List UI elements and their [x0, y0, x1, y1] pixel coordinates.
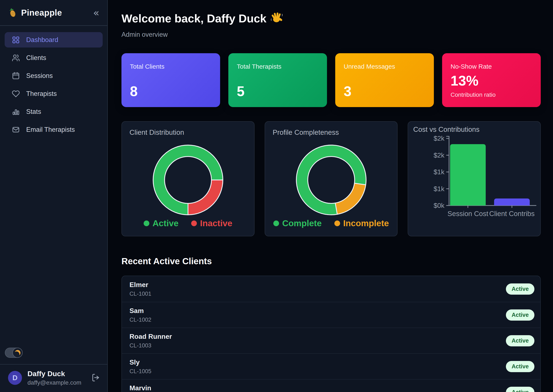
client-id: CL-1003 — [129, 342, 172, 349]
client-name: Sam — [129, 307, 151, 315]
sidebar-nav: Dashboard Clients Sessions Therapists — [0, 26, 107, 144]
svg-text:$2k: $2k — [434, 151, 444, 159]
user-name: Daffy Duck — [28, 370, 81, 378]
cost-vs-contributions-card: Cost vs Contributions $0k$1k$1k$2k$2kSes… — [408, 121, 541, 236]
profile-completeness-donut-chart — [295, 144, 367, 216]
sidebar-item-label: Email Therapists — [26, 126, 75, 133]
legend-item: Inactive — [191, 218, 232, 228]
recent-clients-list: Elmer CL-1001 Active Sam CL-1002 Active … — [121, 276, 541, 392]
user-section: D Daffy Duck daffy@example.com — [0, 364, 107, 392]
sidebar-item-label: Therapists — [26, 90, 57, 98]
client-name: Sly — [129, 358, 151, 366]
svg-text:$2k: $2k — [434, 134, 444, 142]
client-name: Road Runner — [129, 333, 172, 340]
grid-icon — [12, 36, 20, 44]
recent-clients-heading: Recent Active Clients — [121, 256, 541, 266]
waving-hand-icon — [271, 11, 283, 26]
stat-label: Total Clients — [130, 63, 212, 70]
sidebar-footer: D Daffy Duck daffy@example.com — [0, 348, 107, 392]
status-badge: Active — [506, 361, 534, 372]
legend-label: Complete — [282, 218, 322, 228]
sidebar-item-label: Clients — [26, 54, 46, 62]
mail-icon — [12, 126, 20, 134]
stat-value: 3 — [344, 84, 425, 98]
sidebar: Pineapple « Dashboard Clients Session — [0, 0, 108, 392]
status-badge: Active — [506, 335, 534, 346]
charts-row: Client Distribution ActiveInactive Profi… — [121, 121, 541, 236]
sidebar-item-email-therapists[interactable]: Email Therapists — [5, 122, 103, 137]
user-meta: Daffy Duck daffy@example.com — [28, 370, 81, 386]
client-row-road-runner[interactable]: Road Runner CL-1003 Active — [122, 328, 540, 353]
client-name: Marvin — [129, 384, 151, 392]
client-id: CL-1005 — [129, 368, 151, 375]
stat-card-unread-messages: Unread Messages 3 — [335, 53, 434, 107]
sidebar-header: Pineapple « — [0, 0, 107, 26]
stat-card-no-show-rate: No-Show Rate 13% Contribution ratio — [442, 53, 541, 107]
sidebar-item-clients[interactable]: Clients — [5, 50, 103, 65]
legend-dot-icon — [273, 221, 279, 226]
main-content: Welcome back, Daffy Duck — [108, 0, 553, 392]
sidebar-item-label: Sessions — [26, 72, 53, 80]
calendar-icon — [12, 72, 20, 80]
profile-completeness-card: Profile Completeness CompleteIncomplete — [265, 121, 398, 236]
heart-icon — [12, 90, 20, 98]
page-title-text: Welcome back, Daffy Duck — [121, 12, 266, 25]
client-row-elmer[interactable]: Elmer CL-1001 Active — [122, 276, 540, 302]
legend-label: Active — [153, 218, 178, 228]
stat-card-total-therapists: Total Therapists 5 — [228, 53, 327, 107]
sidebar-item-sessions[interactable]: Sessions — [5, 68, 103, 84]
moon-icon — [14, 349, 21, 356]
chart-legend: CompleteIncomplete — [265, 218, 397, 228]
bar-chart-icon — [12, 108, 20, 116]
logout-icon — [91, 379, 100, 383]
app-title: Pineapple — [21, 8, 62, 18]
client-distribution-donut-chart — [152, 144, 224, 216]
legend-item: Active — [144, 218, 178, 228]
client-distribution-card: Client Distribution ActiveInactive — [121, 121, 254, 236]
logout-button[interactable] — [91, 373, 100, 383]
sidebar-item-therapists[interactable]: Therapists — [5, 86, 103, 101]
legend-dot-icon — [144, 221, 149, 226]
svg-text:$0k: $0k — [434, 202, 444, 209]
client-row-marvin[interactable]: Marvin CL-1006 Active — [122, 379, 540, 392]
page-title: Welcome back, Daffy Duck — [121, 11, 541, 26]
chart-title: Profile Completeness — [273, 128, 339, 136]
legend-dot-icon — [334, 221, 340, 226]
avatar: D — [8, 371, 22, 385]
theme-toggle[interactable] — [5, 348, 23, 358]
stat-cards-row: Total Clients 8 Total Therapists 5 Unrea… — [121, 53, 541, 107]
client-name: Elmer — [129, 281, 151, 289]
cost-vs-contributions-bar-chart: $0k$1k$1k$2k$2kSession CostClient Contri… — [408, 122, 540, 236]
client-row-sam[interactable]: Sam CL-1002 Active — [122, 302, 540, 328]
status-badge: Active — [506, 387, 534, 392]
stat-label: Unread Messages — [344, 63, 425, 70]
client-row-sly[interactable]: Sly CL-1005 Active — [122, 353, 540, 379]
stat-value: 8 — [130, 84, 212, 98]
legend-label: Incomplete — [343, 218, 389, 228]
sidebar-collapse-button[interactable]: « — [93, 8, 99, 18]
svg-text:Client Contribs: Client Contribs — [489, 210, 535, 217]
svg-text:Session Cost: Session Cost — [448, 210, 488, 217]
stat-label: No-Show Rate — [451, 63, 532, 70]
sidebar-item-stats[interactable]: Stats — [5, 104, 103, 119]
status-badge: Active — [506, 283, 534, 295]
svg-text:$1k: $1k — [434, 185, 444, 193]
stat-value: 5 — [237, 84, 319, 98]
legend-item: Complete — [273, 218, 322, 228]
status-badge: Active — [506, 309, 534, 321]
sidebar-item-label: Dashboard — [26, 36, 58, 44]
svg-text:$1k: $1k — [434, 168, 444, 176]
pineapple-icon — [8, 8, 17, 18]
legend-label: Inactive — [200, 218, 232, 228]
theme-toggle-knob — [13, 348, 23, 358]
sidebar-item-label: Stats — [26, 108, 41, 116]
stat-sublabel: Contribution ratio — [451, 91, 532, 98]
stat-value: 13% — [451, 74, 532, 88]
page-subtitle: Admin overview — [121, 31, 541, 38]
app-root: Pineapple « Dashboard Clients Session — [0, 0, 553, 392]
stat-card-total-clients: Total Clients 8 — [121, 53, 220, 107]
sidebar-item-dashboard[interactable]: Dashboard — [5, 32, 103, 48]
client-id: CL-1001 — [129, 291, 151, 297]
client-id: CL-1002 — [129, 317, 151, 323]
chart-legend: ActiveInactive — [122, 218, 254, 228]
